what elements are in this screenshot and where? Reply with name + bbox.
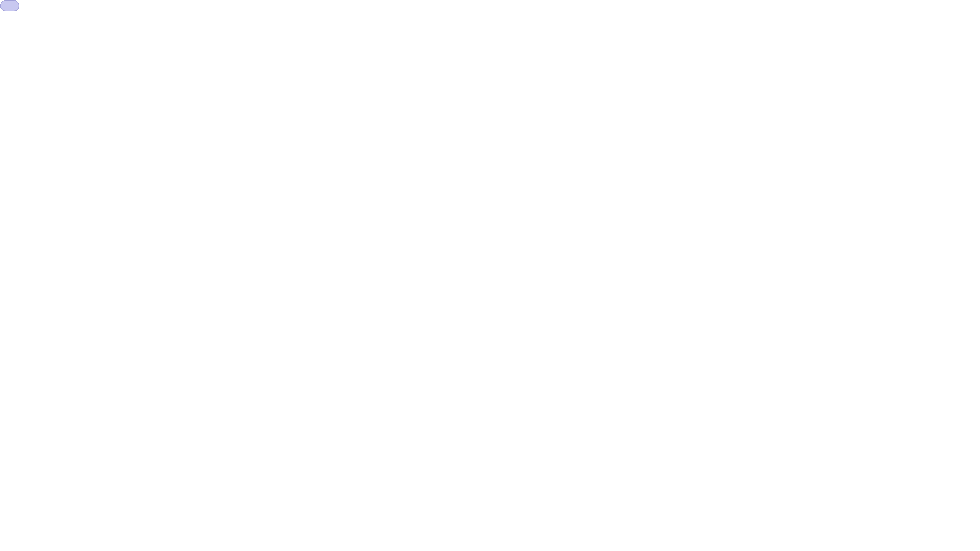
point-harsh-node: [0, 0, 19, 11]
